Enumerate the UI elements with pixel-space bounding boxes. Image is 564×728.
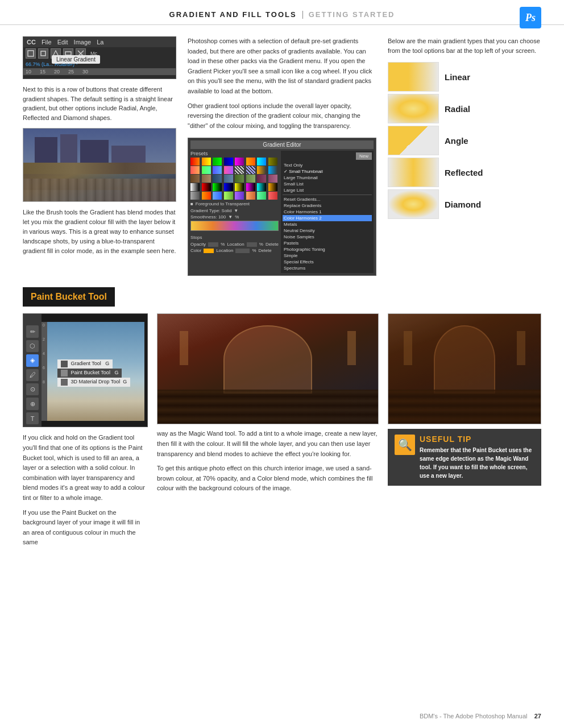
ge-swatch — [257, 166, 266, 174]
ge-swatch — [268, 175, 277, 183]
bottom-body-mid: way as the Magic Wand tool. To add a tin… — [157, 429, 379, 494]
ge-swatch — [213, 183, 222, 191]
ge-menu-photographic: Photographic Toning — [283, 246, 372, 253]
ge-menu-neutral: Neutral Density — [283, 228, 372, 234]
ge-swatch — [268, 158, 277, 166]
tip-icon: 🔍 — [395, 435, 415, 455]
tip-body: Remember that the Paint Bucket uses the … — [420, 446, 534, 480]
sidebar-icon-6: T — [26, 412, 39, 424]
gradient-type-reflected: Reflected — [388, 158, 541, 187]
location2-input — [235, 249, 250, 253]
ge-swatch — [224, 158, 233, 166]
ge-menu-ch2: Color Harmonies 2 — [283, 215, 372, 221]
paint-bucket-section: Paint Bucket Tool 0 2 — [23, 287, 541, 552]
ge-swatch — [246, 175, 255, 183]
ge-smoothness-row: Smoothness: 100 ▼ % — [190, 214, 279, 220]
ge-swatch — [246, 192, 255, 200]
ps-tooltip: Linear Gradient — [52, 55, 100, 64]
ps-menu-bar: CC File Edit Image La — [23, 37, 176, 47]
mid-ground — [23, 163, 176, 174]
main-content: CC File Edit Image La — [0, 25, 564, 569]
ge-presets-label: Presets — [190, 151, 279, 156]
ge-swatch — [213, 166, 222, 174]
header-divider — [302, 11, 303, 19]
tool-icon-1 — [26, 48, 36, 59]
ge-swatch — [190, 192, 200, 200]
section-header-text: Paint Bucket Tool — [31, 292, 107, 301]
warm-overlay — [388, 314, 541, 424]
ge-gradient-bar — [190, 221, 279, 231]
ge-swatch — [190, 175, 200, 183]
ge-swatch — [202, 166, 211, 174]
ge-menu-ch1: Color Harmonies 1 — [283, 209, 372, 215]
ge-swatch — [257, 175, 266, 183]
church-pillar-1 — [180, 331, 188, 365]
ge-menu-noise: Noise Samples — [283, 234, 372, 240]
ge-swatch — [257, 183, 266, 191]
ge-type-row: Gradient Type: Solid ▼ — [190, 208, 279, 213]
section-header: Paint Bucket Tool — [23, 287, 115, 307]
church-pews — [157, 390, 378, 424]
church-arch — [223, 325, 312, 394]
ge-swatch — [190, 183, 200, 191]
top-section: CC File Edit Image La — [23, 36, 541, 276]
ge-swatch — [202, 158, 211, 166]
left-ruler: 0 2 4 6 8 — [42, 322, 47, 421]
gradient-type-diamond: Diamond — [388, 189, 541, 219]
gradient-type-angle: Angle — [388, 126, 541, 155]
gradient-type-linear: Linear — [388, 62, 541, 92]
tool-icon-2 — [38, 48, 48, 59]
gradient-editor-screenshot: Gradient Editor Presets — [188, 138, 376, 276]
ge-swatch — [224, 175, 233, 183]
sidebar-icon-gradient: ◈ — [26, 354, 39, 366]
sidebar-icon-2: ⬡ — [26, 340, 39, 352]
ge-swatch — [202, 183, 211, 191]
ge-swatch — [213, 158, 222, 166]
sidebar-icon-4: ⊙ — [26, 383, 39, 395]
menu-file: File — [42, 39, 52, 46]
search-icon: 🔍 — [398, 438, 412, 452]
ge-presets: Presets — [190, 151, 279, 273]
bottom-body-left: If you click and hold on the Gradient to… — [23, 433, 148, 548]
menu-image: Image — [74, 39, 92, 46]
gradient-preview-linear — [388, 62, 439, 92]
ge-swatch — [257, 158, 266, 166]
tip-content: USEFUL TIP Remember that the Paint Bucke… — [420, 435, 534, 480]
ge-swatch — [202, 175, 211, 183]
header-title-right: GETTING STARTED — [309, 10, 395, 19]
ge-swatch — [190, 166, 200, 174]
col-mid: Photoshop comes with a selection of defa… — [188, 36, 376, 276]
gradient-type-name-reflected: Reflected — [445, 168, 483, 177]
gradient-type-name-diamond: Diamond — [445, 200, 481, 209]
ge-swatch — [268, 192, 277, 200]
ge-new-button[interactable]: New — [356, 152, 372, 160]
col-left: CC File Edit Image La — [23, 36, 176, 276]
svg-rect-1 — [41, 51, 45, 56]
landscape-photo — [23, 128, 176, 202]
gradient-type-name-angle: Angle — [445, 136, 468, 146]
bottom-col-left: 0 2 ✏ ⬡ ◈ 🖊 ⊙ ⊕ T — [23, 313, 148, 552]
before-image: BEFORE — [157, 313, 379, 424]
ge-menu-large-thumb: Large Thumbnail — [283, 175, 372, 181]
footer-text: BDM's - The Adobe Photoshop Manual — [420, 713, 528, 719]
bottom-col-mid: BEFORE way as the Magic Wand tool. To ad… — [157, 313, 379, 552]
ge-menu-small-list: Small List — [283, 181, 372, 187]
ps-toolbar-screenshot: CC File Edit Image La — [23, 36, 176, 79]
ge-swatch — [257, 192, 266, 200]
ge-swatch — [213, 175, 222, 183]
ge-name-row: ■ Foreground to Transparent — [190, 201, 279, 206]
building-2 — [60, 134, 77, 166]
ge-body: Presets — [190, 151, 374, 273]
col-right: Below are the main gradient types that y… — [388, 36, 541, 276]
bottom-section: 0 2 ✏ ⬡ ◈ 🖊 ⊙ ⊕ T — [23, 313, 541, 552]
tool-sidebar: ✏ ⬡ ◈ 🖊 ⊙ ⊕ T — [23, 314, 42, 427]
footer-page-number: 27 — [534, 713, 541, 719]
ge-swatch — [202, 192, 211, 200]
menu-cc: CC — [27, 39, 36, 46]
ge-right-panel: New Text Only Small Thumbnail Large Thum… — [281, 151, 374, 273]
gradient-type-name-radial: Radial — [445, 104, 470, 114]
gradient-types: Linear Radial Angle Reflected — [388, 62, 541, 219]
tool-screenshot: 0 2 ✏ ⬡ ◈ 🖊 ⊙ ⊕ T — [23, 313, 148, 427]
useful-tip-box: 🔍 USEFUL TIP Remember that the Paint Buc… — [388, 429, 541, 486]
col-left-caption: Next to this is a row of buttons that cr… — [23, 85, 176, 122]
